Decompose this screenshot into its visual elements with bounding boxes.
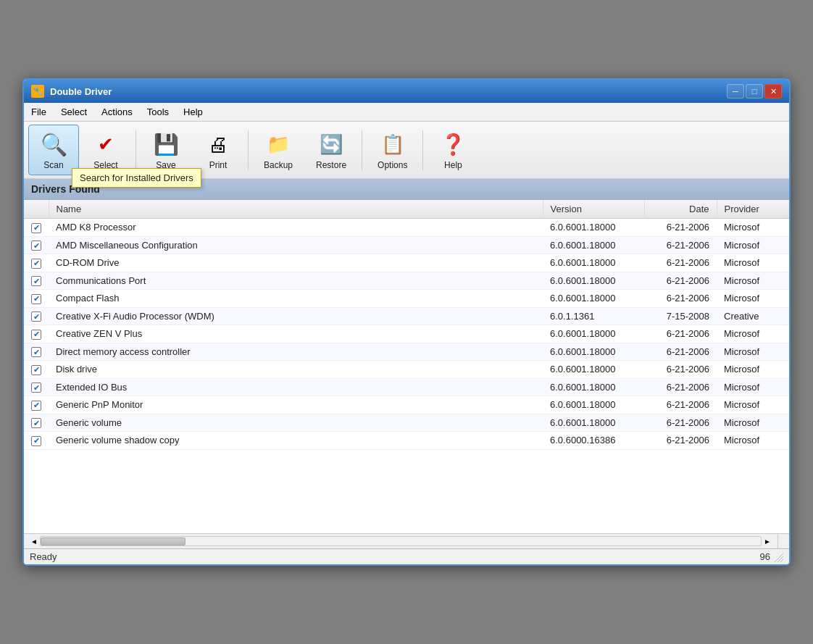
drivers-section-header: Drivers Found (24, 179, 789, 200)
row-date: 6-21-2006 (644, 378, 717, 396)
menu-actions[interactable]: Actions (94, 104, 140, 120)
row-checkbox[interactable] (31, 382, 41, 393)
menu-bar: File Select Actions Tools Help (24, 103, 789, 122)
row-version: 6.0.6001.18000 (543, 325, 644, 343)
row-check-cell (24, 290, 49, 308)
status-count: 96 (760, 551, 770, 562)
select-button[interactable]: Select (80, 125, 131, 175)
row-driver-name: Creative X-Fi Audio Processor (WDM) (49, 307, 543, 325)
row-version: 6.0.6001.18000 (543, 414, 644, 432)
row-check-cell (24, 307, 49, 325)
row-check-cell (24, 378, 49, 396)
print-button[interactable]: Print (193, 125, 243, 175)
row-checkbox[interactable] (31, 276, 41, 286)
row-version: 6.0.1.1361 (543, 307, 644, 325)
row-provider: Microsof (717, 236, 789, 254)
row-checkbox[interactable] (31, 365, 41, 375)
row-version: 6.0.6001.18000 (543, 272, 644, 290)
restore-label: Restore (316, 160, 346, 170)
svg-line-1 (777, 556, 783, 562)
menu-help[interactable]: Help (176, 104, 210, 120)
hscroll-left-button[interactable]: ◄ (28, 538, 40, 545)
row-check-cell (24, 236, 49, 254)
table-header-row: Name Version Date Provider (24, 200, 789, 219)
row-driver-name: Generic volume shadow copy (49, 432, 543, 450)
table-row: AMD K8 Processor6.0.6001.180006-21-2006M… (24, 219, 789, 237)
window-title: Double Driver (50, 86, 112, 97)
close-button[interactable]: ✕ (764, 84, 782, 99)
scan-button[interactable]: Scan (28, 125, 79, 175)
hscroll-thumb[interactable] (41, 538, 185, 545)
title-bar: 🔧 Double Driver ─ □ ✕ (24, 80, 789, 103)
col-date[interactable]: Date (644, 200, 717, 219)
row-checkbox[interactable] (31, 347, 41, 357)
menu-tools[interactable]: Tools (140, 104, 176, 120)
row-checkbox[interactable] (31, 418, 41, 428)
row-version: 6.0.6001.18000 (543, 343, 644, 361)
col-provider[interactable]: Provider (717, 200, 789, 219)
scroll-corner (777, 534, 789, 548)
col-version[interactable]: Version (543, 200, 644, 219)
table-row: Compact Flash6.0.6001.180006-21-2006Micr… (24, 290, 789, 308)
select-icon (91, 130, 120, 159)
menu-select[interactable]: Select (54, 104, 94, 120)
options-button[interactable]: Options (367, 125, 418, 175)
row-provider: Microsof (717, 343, 789, 361)
resize-grip-icon (773, 552, 783, 562)
options-label: Options (378, 160, 407, 170)
row-check-cell (24, 219, 49, 237)
table-row: Direct memory access controller6.0.6001.… (24, 343, 789, 361)
row-checkbox[interactable] (31, 259, 41, 269)
row-check-cell (24, 432, 49, 450)
row-driver-name: Extended IO Bus (49, 378, 543, 396)
row-date: 6-21-2006 (644, 414, 717, 432)
row-driver-name: Generic PnP Monitor (49, 396, 543, 414)
backup-label: Backup (264, 160, 293, 170)
hscroll-track[interactable] (40, 536, 762, 546)
backup-button[interactable]: Backup (253, 125, 304, 175)
row-driver-name: Generic volume (49, 414, 543, 432)
row-date: 6-21-2006 (644, 254, 717, 272)
row-date: 6-21-2006 (644, 272, 717, 290)
menu-file[interactable]: File (24, 104, 54, 120)
row-driver-name: AMD Miscellaneous Configuration (49, 236, 543, 254)
row-version: 6.0.6001.18000 (543, 361, 644, 379)
row-checkbox[interactable] (31, 223, 41, 233)
table-row: Extended IO Bus6.0.6001.180006-21-2006Mi… (24, 378, 789, 396)
row-version: 6.0.6001.18000 (543, 236, 644, 254)
save-label: Save (156, 160, 175, 170)
row-version: 6.0.6001.18000 (543, 290, 644, 308)
row-checkbox[interactable] (31, 436, 41, 446)
save-icon (151, 130, 180, 159)
row-check-cell (24, 414, 49, 432)
row-driver-name: Communications Port (49, 272, 543, 290)
save-button[interactable]: Save (141, 125, 191, 175)
status-text: Ready (30, 551, 57, 562)
col-check[interactable] (24, 200, 49, 219)
row-driver-name: Direct memory access controller (49, 343, 543, 361)
row-checkbox[interactable] (31, 311, 41, 322)
table-body: AMD K8 Processor6.0.6001.180006-21-2006M… (24, 219, 789, 450)
hscroll-right-button[interactable]: ► (762, 538, 773, 545)
table-row: Generic volume shadow copy6.0.6000.16386… (24, 432, 789, 450)
restore-button[interactable]: Restore (305, 125, 357, 175)
maximize-button[interactable]: □ (746, 84, 763, 99)
toolbar-separator-3 (362, 130, 362, 170)
row-provider: Microsof (717, 378, 789, 396)
drivers-table-container[interactable]: Name Version Date Provider AMD K8 Proces… (24, 200, 789, 533)
row-check-cell (24, 343, 49, 361)
help-button[interactable]: Help (428, 125, 478, 175)
row-checkbox[interactable] (31, 401, 41, 411)
row-date: 6-21-2006 (644, 432, 717, 450)
row-checkbox[interactable] (31, 330, 41, 340)
table-row: Generic volume6.0.6001.180006-21-2006Mic… (24, 414, 789, 432)
minimize-button[interactable]: ─ (727, 84, 744, 99)
row-provider: Microsof (717, 254, 789, 272)
row-checkbox[interactable] (31, 241, 41, 251)
row-provider: Microsof (717, 361, 789, 379)
col-name[interactable]: Name (49, 200, 543, 219)
row-checkbox[interactable] (31, 294, 41, 304)
print-icon (204, 130, 233, 159)
table-row: AMD Miscellaneous Configuration6.0.6001.… (24, 236, 789, 254)
toolbar-separator-1 (136, 130, 136, 170)
